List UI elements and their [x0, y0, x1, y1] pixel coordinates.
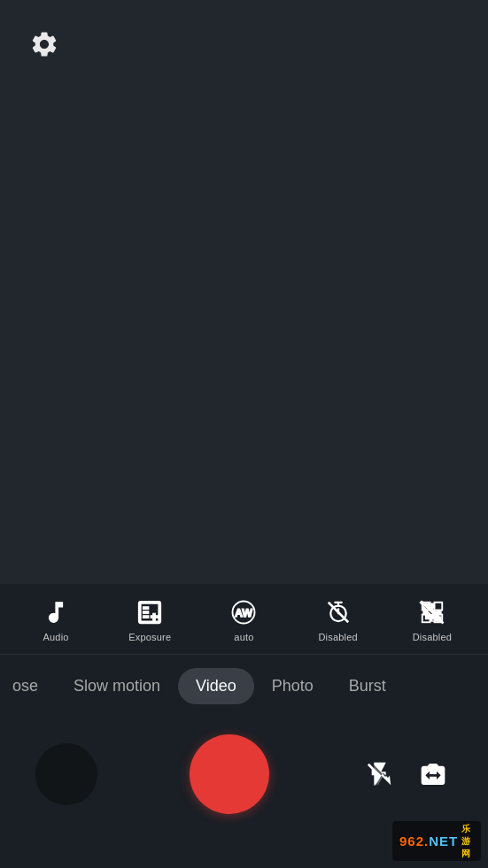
watermark: 962.NET 乐游网 — [392, 821, 481, 861]
svg-text:AW: AW — [235, 607, 252, 619]
mode-selector: ose Slow motion Video Photo Burst — [0, 655, 488, 717]
mode-item-photo[interactable]: Photo — [254, 668, 331, 704]
toolbar-item-grid[interactable]: Disabled — [397, 596, 468, 642]
mode-item-burst[interactable]: Burst — [331, 668, 404, 704]
mode-item-timelapse[interactable]: ose — [0, 668, 56, 704]
grid-off-icon — [416, 596, 448, 628]
toolbar-item-wb[interactable]: AW auto — [208, 596, 279, 642]
svg-rect-5 — [434, 602, 442, 610]
toolbar: Audio Exposure AW auto — [0, 584, 488, 655]
toolbar-item-exposure[interactable]: Exposure — [114, 596, 185, 642]
timer-off-icon — [322, 596, 354, 628]
watermark-sub: 乐游网 — [458, 823, 474, 860]
exposure-label: Exposure — [128, 632, 171, 642]
camera-viewfinder — [0, 0, 488, 584]
toolbar-item-timer[interactable]: Disabled — [303, 596, 374, 642]
mode-item-slow-motion[interactable]: Slow motion — [56, 668, 178, 704]
audio-label: Audio — [43, 632, 69, 642]
switch-camera-button[interactable] — [414, 755, 453, 794]
toolbar-item-audio[interactable]: Audio — [20, 596, 91, 642]
record-button[interactable] — [190, 734, 269, 814]
timer-label: Disabled — [318, 632, 357, 642]
watermark-logo: 962.NET — [399, 833, 458, 849]
right-controls — [360, 755, 453, 794]
mode-item-video[interactable]: Video — [178, 668, 254, 704]
controls-row — [0, 717, 488, 832]
wb-label: auto — [234, 632, 253, 642]
exposure-icon — [134, 596, 166, 628]
flash-button[interactable] — [360, 755, 399, 794]
thumbnail-button[interactable] — [35, 743, 97, 805]
music-note-icon — [40, 596, 72, 628]
wb-auto-icon: AW — [228, 596, 259, 628]
grid-label: Disabled — [413, 632, 452, 642]
settings-button[interactable] — [25, 25, 64, 64]
